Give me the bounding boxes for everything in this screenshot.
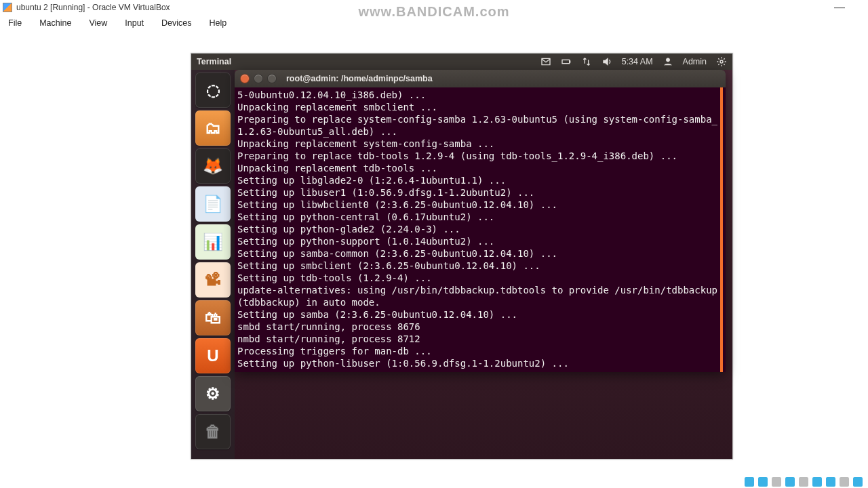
menu-devices[interactable]: Devices xyxy=(159,17,194,29)
svg-point-3 xyxy=(720,60,723,63)
window-close-button[interactable] xyxy=(240,74,250,83)
status-usb-icon[interactable] xyxy=(799,477,808,487)
svg-point-2 xyxy=(666,58,669,62)
status-display-icon[interactable] xyxy=(826,477,835,487)
user-icon xyxy=(663,56,673,67)
terminal-window: root@admin: /home/adminpc/samba 5-0ubunt… xyxy=(235,70,726,372)
status-host-key-icon[interactable] xyxy=(853,477,863,487)
battery-icon[interactable] xyxy=(561,56,572,67)
unity-launcher: ◌ 🗂 🦊 📄 📊 📽 🛍 U ⚙ 🗑 xyxy=(191,70,235,459)
virtualbox-statusbar xyxy=(0,476,868,488)
panel-time[interactable]: 5:34 AM xyxy=(622,57,653,66)
launcher-libreoffice-writer[interactable]: 📄 xyxy=(195,186,231,222)
status-recording-icon[interactable] xyxy=(840,477,849,487)
launcher-software-center[interactable]: 🛍 xyxy=(195,300,231,336)
window-minimize-button[interactable] xyxy=(254,74,263,83)
launcher-trash[interactable]: 🗑 xyxy=(195,414,231,449)
status-audio-icon[interactable] xyxy=(772,477,781,487)
svg-rect-0 xyxy=(562,60,570,63)
launcher-firefox[interactable]: 🦊 xyxy=(195,148,231,184)
virtualbox-icon xyxy=(3,3,12,12)
launcher-dash[interactable]: ◌ xyxy=(195,73,231,108)
mail-icon[interactable] xyxy=(540,56,551,67)
host-window-title: ubuntu 2 [Running] - Oracle VM VirtualBo… xyxy=(16,3,170,12)
menu-view[interactable]: View xyxy=(86,17,110,29)
status-hard-disk-icon[interactable] xyxy=(745,477,754,487)
launcher-ubuntu-one[interactable]: U xyxy=(195,338,231,373)
window-maximize-button[interactable] xyxy=(267,74,277,83)
status-shared-folders-icon[interactable] xyxy=(812,477,822,487)
menu-help[interactable]: Help xyxy=(207,17,230,29)
bandicam-watermark: www.BANDICAM.com xyxy=(358,4,509,20)
launcher-files[interactable]: 🗂 xyxy=(195,110,231,146)
menu-file[interactable]: File xyxy=(5,17,24,29)
panel-user[interactable]: Admin xyxy=(683,57,707,66)
launcher-system-settings[interactable]: ⚙ xyxy=(195,376,231,411)
terminal-title: root@admin: /home/adminpc/samba xyxy=(286,74,433,83)
terminal-titlebar[interactable]: root@admin: /home/adminpc/samba xyxy=(235,70,726,87)
menu-machine[interactable]: Machine xyxy=(37,17,74,29)
panel-app-title: Terminal xyxy=(197,57,231,66)
menu-input[interactable]: Input xyxy=(122,17,146,29)
ubuntu-top-panel: Terminal 5:34 AM Admin xyxy=(191,54,732,70)
status-optical-icon[interactable] xyxy=(758,477,768,487)
network-icon[interactable] xyxy=(581,56,592,67)
svg-rect-1 xyxy=(569,61,570,63)
launcher-libreoffice-impress[interactable]: 📽 xyxy=(195,262,231,298)
sound-icon[interactable] xyxy=(601,56,612,67)
status-network-icon[interactable] xyxy=(785,477,795,487)
terminal-body[interactable]: 5-0ubuntu0.12.04.10_i386.deb) ... Unpack… xyxy=(235,87,723,372)
gear-icon[interactable] xyxy=(716,56,727,67)
launcher-libreoffice-calc[interactable]: 📊 xyxy=(195,224,231,260)
guest-vm-display[interactable]: Terminal 5:34 AM Admin xyxy=(191,53,733,460)
host-window-minimize-button[interactable]: — xyxy=(830,1,849,14)
